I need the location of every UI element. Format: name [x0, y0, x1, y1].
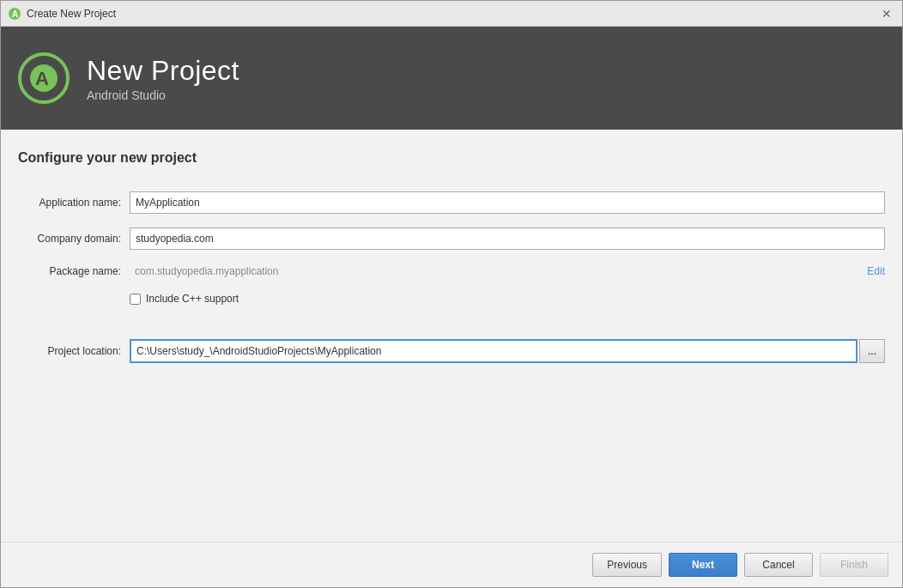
- edit-link[interactable]: Edit: [867, 265, 885, 277]
- project-location-section: Project location: ...: [18, 339, 885, 363]
- cpp-support-row: Include C++ support: [130, 293, 885, 305]
- header-subtitle: Android Studio: [87, 88, 239, 102]
- project-location-input[interactable]: [130, 339, 858, 363]
- cpp-support-label[interactable]: Include C++ support: [146, 293, 239, 305]
- window-icon: A: [8, 7, 21, 21]
- close-button[interactable]: ✕: [878, 5, 895, 22]
- package-name-value: com.studyopedia.myapplication: [130, 264, 860, 279]
- application-name-label: Application name:: [18, 197, 130, 209]
- company-domain-row: Company domain:: [18, 227, 885, 250]
- cpp-support-checkbox[interactable]: [130, 294, 141, 305]
- next-button[interactable]: Next: [669, 553, 737, 577]
- package-name-row: Package name: com.studyopedia.myapplicat…: [18, 264, 885, 279]
- package-name-label: Package name:: [18, 265, 130, 277]
- header-text-group: New Project Android Studio: [87, 55, 239, 102]
- project-location-label: Project location:: [18, 345, 130, 357]
- form-area: Application name: Company domain: Packag…: [18, 191, 885, 363]
- main-content: Configure your new project Application n…: [1, 130, 902, 542]
- section-title: Configure your new project: [18, 150, 885, 166]
- browse-button[interactable]: ...: [859, 339, 885, 363]
- svg-text:A: A: [12, 9, 18, 19]
- application-name-row: Application name:: [18, 191, 885, 214]
- header-title: New Project: [87, 55, 239, 87]
- window-title: Create New Project: [27, 8, 878, 20]
- title-bar: A Create New Project ✕: [1, 1, 902, 27]
- company-domain-input[interactable]: [130, 227, 885, 250]
- project-location-row: Project location: ...: [18, 339, 885, 363]
- company-domain-label: Company domain:: [18, 233, 130, 245]
- cancel-button[interactable]: Cancel: [744, 553, 813, 577]
- android-studio-logo: A: [18, 52, 70, 104]
- svg-text:A: A: [35, 68, 49, 89]
- footer: Previous Next Cancel Finish: [1, 542, 902, 587]
- application-name-input[interactable]: [130, 191, 885, 214]
- header-banner: A New Project Android Studio: [1, 27, 902, 130]
- main-window: A Create New Project ✕ A New Project And…: [0, 0, 903, 588]
- previous-button[interactable]: Previous: [592, 553, 662, 577]
- finish-button[interactable]: Finish: [820, 553, 888, 577]
